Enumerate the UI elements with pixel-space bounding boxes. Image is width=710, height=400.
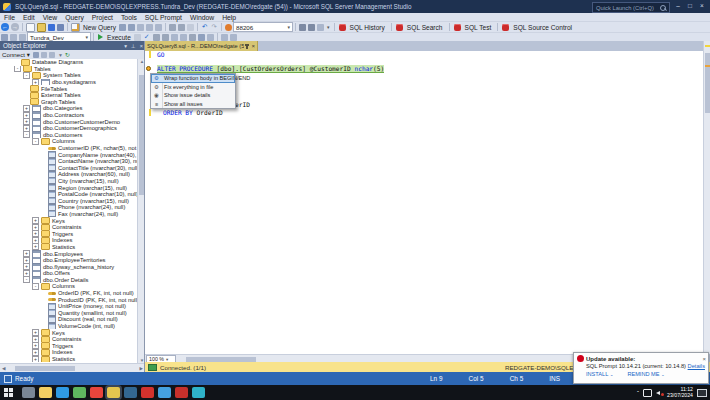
prompt-sessions-combo[interactable]: 88206▾ <box>233 22 293 32</box>
tree-item-postalcode[interactable]: PostalCode (nvarchar(10), null) <box>0 191 137 198</box>
expand-icon[interactable]: + <box>32 79 39 86</box>
taskbar-icon-azure-data-studio[interactable] <box>158 387 171 398</box>
tree-item-dbo.offers[interactable]: +dbo.Offers <box>0 270 137 277</box>
tree-item-triggers[interactable]: +Triggers <box>0 230 137 237</box>
expand-icon[interactable]: + <box>23 270 30 277</box>
tree-item-country[interactable]: Country (nvarchar(15), null) <box>0 197 137 204</box>
parse-icon[interactable]: ✓ <box>144 33 150 41</box>
execute-button[interactable]: Execute <box>107 34 131 41</box>
minimize-button[interactable]: – <box>672 0 684 11</box>
tree-item-keys[interactable]: +Keys <box>0 329 137 336</box>
tree-item-dbo.customercustomerdemo[interactable]: +dbo.CustomerCustomerDemo <box>0 118 137 125</box>
remind-me-button[interactable]: REMIND ME ⌄ <box>627 371 664 377</box>
extra-tool-icon[interactable] <box>317 24 324 31</box>
taskbar-icon-edge[interactable] <box>192 387 205 398</box>
editor-tool-icon-9[interactable] <box>230 34 237 41</box>
tree-item-contacttitle[interactable]: ContactTitle (nvarchar(30), null) <box>0 165 137 172</box>
tree-item-dbo.sysdiagrams[interactable]: +dbo.sysdiagrams <box>0 79 137 86</box>
tree-item-address[interactable]: Address (nvarchar(60), null) <box>0 171 137 178</box>
expand-icon[interactable]: + <box>32 217 39 224</box>
undo-icon[interactable]: ↶ <box>202 23 208 31</box>
expand-icon[interactable]: + <box>32 230 39 237</box>
editor-tool-icon-5[interactable] <box>189 34 196 41</box>
taskbar-icon-redgate-tool[interactable] <box>175 387 188 398</box>
quickfix-item-3[interactable]: ◉Show issue details <box>151 91 235 100</box>
toolbar-overflow-icon[interactable]: ▾ <box>327 24 330 30</box>
tree-item-external[interactable]: External Tables <box>0 92 137 99</box>
pin-tab-icon[interactable] <box>246 44 248 49</box>
taskbar-icon-vscode[interactable] <box>56 387 69 398</box>
pin-icon[interactable]: ⊥ <box>129 43 138 49</box>
collapse-icon[interactable]: - <box>23 72 30 79</box>
collapse-icon[interactable]: - <box>32 138 39 145</box>
install-button[interactable]: INSTALL ⌄ <box>586 371 613 377</box>
tree-item-region[interactable]: Region (nvarchar(15), null) <box>0 184 137 191</box>
menu-file[interactable]: File <box>0 14 19 21</box>
expand-icon[interactable]: + <box>32 329 39 336</box>
editor-tool-icon-4[interactable] <box>180 34 187 41</box>
expand-icon[interactable]: + <box>23 118 30 125</box>
window-tool-icon[interactable] <box>299 24 306 31</box>
menu-sql-prompt[interactable]: SQL Prompt <box>141 14 186 21</box>
document-tab[interactable]: SQLQuery8.sql - R...DEMO\redgate (54) × <box>145 41 258 51</box>
expand-icon[interactable]: + <box>23 105 30 112</box>
expand-icon[interactable]: + <box>32 336 39 343</box>
query-icon-2[interactable] <box>128 24 135 31</box>
expand-icon[interactable]: + <box>32 224 39 231</box>
tree-item-statistics[interactable]: +Statistics <box>0 244 137 251</box>
maximize-button[interactable]: □ <box>684 0 696 11</box>
taskbar-icon-postgres[interactable] <box>124 387 137 398</box>
code-issue-bulb-icon[interactable] <box>146 66 151 71</box>
tree-item-dbo.employeeterritories[interactable]: +dbo.EmployeeTerritories <box>0 257 137 264</box>
tree-item-companyname[interactable]: CompanyName (nvarchar(40), not null) <box>0 151 137 158</box>
menu-view[interactable]: View <box>39 14 62 21</box>
collapse-icon[interactable]: - <box>32 283 39 290</box>
menu-query[interactable]: Query <box>61 14 88 21</box>
tree-item-unitprice[interactable]: UnitPrice (money, not null) <box>0 303 137 310</box>
stop-icon[interactable] <box>49 52 55 58</box>
copy-icon[interactable] <box>178 24 185 31</box>
editor-tool-icon-6[interactable] <box>198 34 205 41</box>
expand-icon[interactable]: + <box>32 237 39 244</box>
paste-icon[interactable] <box>187 24 194 31</box>
query-icon-3[interactable] <box>137 24 144 31</box>
menu-help[interactable]: Help <box>218 14 240 21</box>
expand-icon[interactable]: + <box>23 263 30 270</box>
expand-icon[interactable]: + <box>32 356 39 363</box>
query-icon-4[interactable] <box>146 24 153 31</box>
tree-item-system[interactable]: -System Tables <box>0 72 137 79</box>
tree-item-dbo.order[interactable]: -dbo.Order Details <box>0 277 137 284</box>
tree-item-dbo.customerdemographics[interactable]: +dbo.CustomerDemographics <box>0 125 137 132</box>
editor-tool-icon-2[interactable] <box>162 34 169 41</box>
sql-search-button[interactable]: SQL Search <box>396 24 445 31</box>
touch-keyboard-icon[interactable] <box>697 389 707 397</box>
taskbar-clock[interactable]: 11:12 23/07/2024 <box>667 387 693 398</box>
tree-item-contactname[interactable]: ContactName (nvarchar(30), null) <box>0 158 137 165</box>
tree-item-columns[interactable]: -Columns <box>0 283 137 290</box>
menu-window[interactable]: Window <box>186 14 218 21</box>
notification-close-icon[interactable]: × <box>702 356 706 362</box>
tree-item-tables[interactable]: -Tables <box>0 66 137 73</box>
menu-project[interactable]: Project <box>88 14 117 21</box>
editor-tool-icon-3[interactable] <box>171 34 178 41</box>
expand-icon[interactable]: + <box>23 257 30 264</box>
expand-icon[interactable]: + <box>32 343 39 350</box>
close-button[interactable]: × <box>696 0 708 11</box>
tree-item-quantity[interactable]: Quantity (smallint, not null) <box>0 310 137 317</box>
tree-item-city[interactable]: City (nvarchar(15), null) <box>0 178 137 185</box>
editor-horizontal-scrollbar[interactable] <box>186 357 256 362</box>
expand-icon[interactable]: + <box>23 125 30 132</box>
tree-item-productid[interactable]: ProductID (PK, FK, int, not null) <box>0 296 137 303</box>
menu-tools[interactable]: Tools <box>117 14 141 21</box>
taskbar-icon-file-explorer[interactable] <box>39 387 52 398</box>
tree-item-constraints[interactable]: +Constraints <box>0 336 137 343</box>
details-link[interactable]: Details <box>688 363 705 369</box>
expand-icon[interactable]: + <box>23 250 30 257</box>
close-tab-icon[interactable]: × <box>250 43 255 49</box>
taskbar-icon-chrome[interactable] <box>90 387 103 398</box>
tree-item-triggers[interactable]: +Triggers <box>0 343 137 350</box>
tree-item-dbo.contractors[interactable]: +dbo.Contractors <box>0 112 137 119</box>
collapse-icon[interactable]: - <box>14 66 21 73</box>
tree-item-columns[interactable]: -Columns <box>0 138 137 145</box>
tree-item-phone[interactable]: Phone (nvarchar(24), null) <box>0 204 137 211</box>
